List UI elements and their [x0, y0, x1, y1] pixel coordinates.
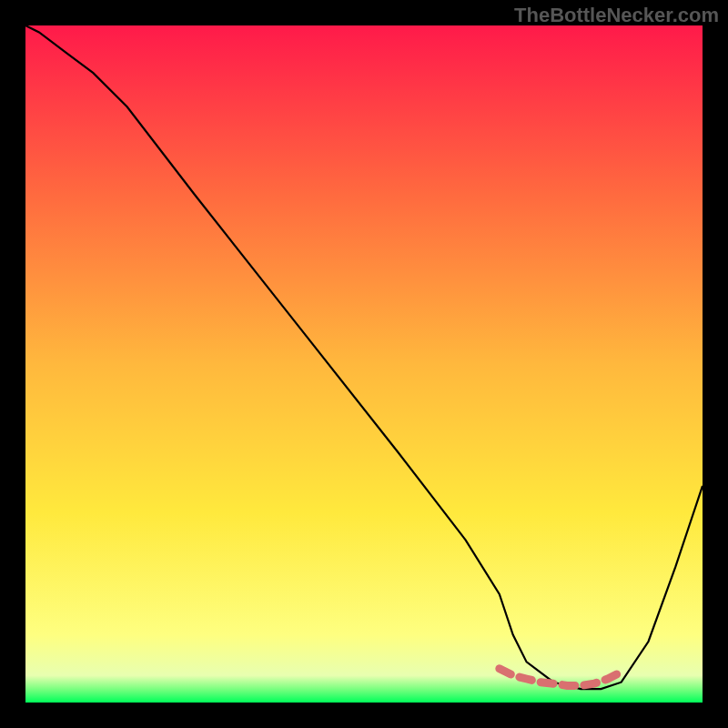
chart-svg: [25, 25, 703, 703]
chart-plot-area: [25, 25, 703, 703]
gradient-background: [25, 25, 703, 703]
watermark-text: TheBottleNecker.com: [514, 4, 719, 27]
